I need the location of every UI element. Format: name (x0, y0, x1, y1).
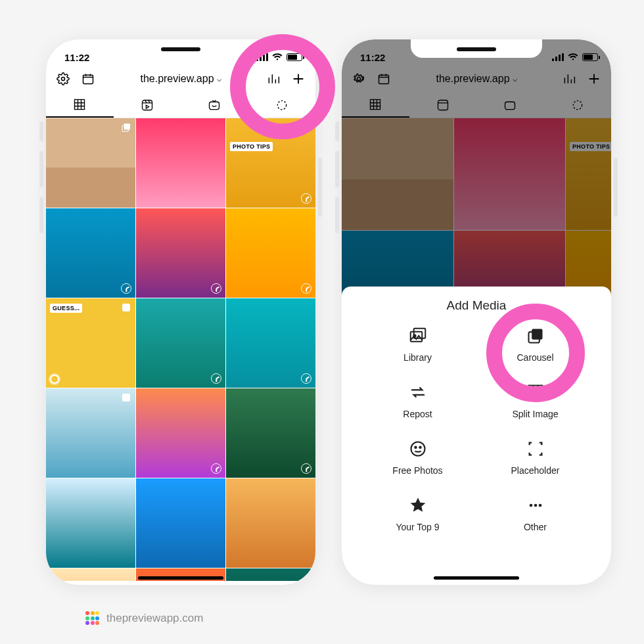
scheduled-icon (211, 373, 221, 384)
phone-side-button (39, 122, 43, 141)
stage: 11:22 the.preview.app ⌵ (0, 0, 644, 644)
annotation-ring-add (230, 34, 335, 139)
scheduled-icon (121, 283, 131, 294)
phone-side-button (335, 122, 339, 141)
phone-side-button (335, 197, 339, 233)
tab-reels[interactable] (114, 92, 181, 118)
option-placeholder[interactable]: Placeholder (476, 438, 594, 476)
home-indicator[interactable] (138, 576, 223, 580)
watermark: thepreviewapp.com (85, 611, 203, 626)
phone-side-button (39, 151, 43, 187)
placeholder-icon (524, 438, 547, 460)
star-icon (407, 494, 429, 517)
settings-icon[interactable] (55, 71, 71, 87)
phone-side-button (318, 158, 322, 217)
phone-side-button (39, 197, 43, 233)
svg-rect-16 (410, 332, 422, 342)
scheduled-icon (301, 193, 311, 204)
option-other[interactable]: Other (476, 494, 594, 532)
grid-cell[interactable] (46, 478, 135, 568)
grid-cell[interactable] (46, 388, 135, 478)
home-indicator[interactable] (434, 576, 519, 580)
svg-rect-3 (142, 100, 152, 110)
phone-right: 11:22 (342, 39, 611, 585)
account-switcher[interactable]: the.preview.app ⌵ (140, 73, 221, 85)
scheduled-icon (301, 463, 311, 474)
option-library[interactable]: Library (359, 325, 476, 363)
tab-grid[interactable] (46, 92, 114, 118)
scheduled-icon (301, 283, 311, 294)
option-label: Your Top 9 (396, 522, 439, 532)
grid-cell[interactable] (136, 118, 225, 208)
live-ring-icon (50, 375, 59, 384)
phone-side-button (335, 151, 339, 187)
library-icon (407, 325, 429, 347)
grid-cell[interactable] (226, 568, 315, 581)
svg-point-0 (62, 78, 65, 81)
grid-cell[interactable] (226, 478, 315, 568)
logo-icon (85, 611, 100, 626)
grid-cell[interactable] (226, 388, 315, 478)
username-text: the.preview.app (140, 73, 214, 85)
svg-point-25 (529, 504, 532, 507)
grid-cell[interactable] (226, 208, 315, 298)
svg-rect-2 (75, 99, 85, 109)
sheet-title: Add Media (342, 298, 611, 313)
option-free-photos[interactable]: Free Photos (359, 438, 476, 476)
option-label: Library (403, 352, 432, 363)
grid-cell[interactable] (226, 298, 315, 388)
grid-cell[interactable] (136, 388, 225, 478)
phone-side-button (614, 158, 618, 217)
option-label: Placeholder (511, 465, 560, 476)
scheduled-icon (211, 463, 221, 474)
svg-point-26 (534, 504, 537, 507)
grid-cell[interactable]: GUESS... (46, 298, 135, 388)
phone-notch (411, 39, 542, 58)
grid-cell[interactable] (46, 568, 135, 581)
svg-rect-9 (122, 394, 130, 402)
scheduled-icon (211, 283, 221, 294)
option-label: Other (524, 522, 547, 532)
svg-point-27 (538, 504, 541, 507)
calendar-icon[interactable] (80, 71, 96, 87)
grid-cell[interactable] (46, 118, 135, 208)
smile-icon (407, 438, 429, 460)
svg-rect-1 (83, 75, 93, 83)
cell-text-label: PHOTO TIPS (230, 142, 273, 151)
reel-badge-icon (121, 392, 131, 403)
option-label: Split Image (512, 409, 558, 419)
option-top9[interactable]: Your Top 9 (359, 494, 476, 532)
option-label: Free Photos (392, 465, 442, 476)
more-icon (524, 494, 547, 517)
watermark-text: thepreviewapp.com (106, 612, 203, 625)
annotation-ring-carousel (486, 304, 585, 402)
scheduled-icon (301, 373, 311, 384)
svg-point-24 (419, 447, 421, 448)
grid-cell[interactable] (46, 208, 135, 298)
grid-cell[interactable] (136, 298, 225, 388)
reel-badge-icon (121, 302, 131, 313)
svg-rect-6 (124, 124, 130, 129)
status-time: 11:22 (64, 52, 89, 63)
svg-point-23 (415, 447, 416, 448)
option-repost[interactable]: Repost (359, 381, 476, 419)
svg-point-22 (411, 442, 425, 456)
chevron-down-icon: ⌵ (217, 74, 221, 83)
svg-rect-4 (210, 102, 219, 110)
grid-cell[interactable] (136, 208, 225, 298)
carousel-badge-icon (121, 122, 131, 133)
option-label: Repost (403, 409, 432, 419)
grid-cell[interactable] (136, 478, 225, 568)
feed-grid[interactable]: PHOTO TIPS GUESS... (46, 118, 315, 581)
cell-text-label: GUESS... (50, 304, 82, 313)
svg-rect-8 (122, 304, 130, 311)
repost-icon (407, 381, 429, 403)
phone-notch (115, 39, 246, 58)
